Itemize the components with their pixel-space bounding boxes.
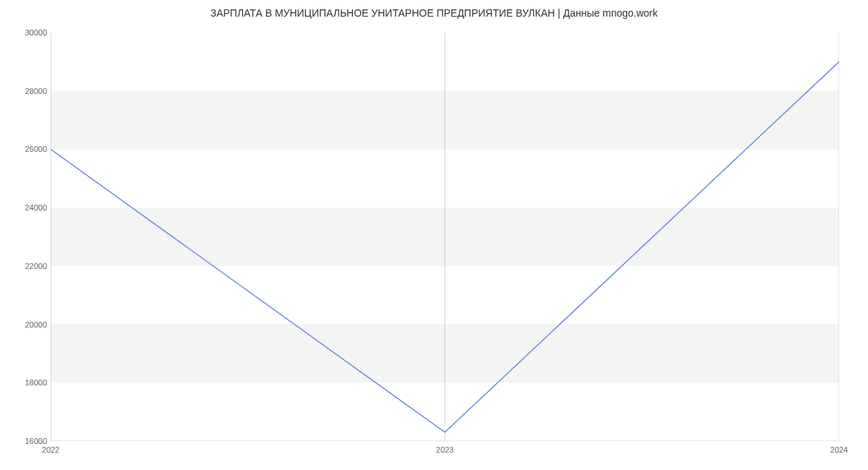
x-tick-label: 2023 [436,445,454,454]
y-tick-label: 20000 [18,320,47,329]
chart-title: ЗАРПЛАТА В МУНИЦИПАЛЬНОЕ УНИТАРНОЕ ПРЕДП… [0,7,868,19]
y-tick-label: 16000 [18,437,47,445]
y-tick-label: 22000 [18,262,47,270]
y-tick-label: 24000 [18,203,47,212]
y-tick-label: 28000 [18,87,47,95]
y-tick-label: 26000 [18,145,47,153]
chart-svg [51,33,839,441]
x-tick-label: 2024 [830,445,848,454]
chart-container: ЗАРПЛАТА В МУНИЦИПАЛЬНОЕ УНИТАРНОЕ ПРЕДП… [0,0,868,470]
y-tick-label: 18000 [18,378,47,387]
y-tick-label: 30000 [18,28,47,37]
x-tick-label: 2022 [42,445,59,454]
plot-area: 1600018000200002200024000260002800030000… [51,33,839,441]
